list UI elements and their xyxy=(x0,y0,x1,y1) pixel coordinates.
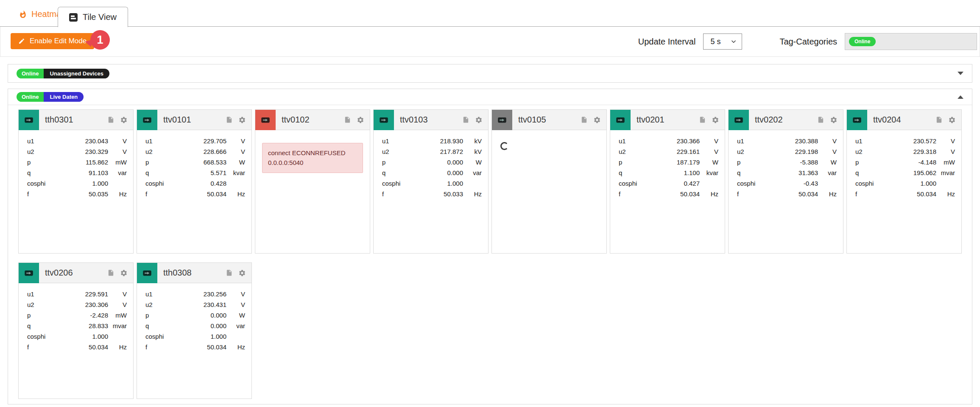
measurement-value: 230.388 xyxy=(744,137,818,145)
update-interval-select[interactable]: 5 s xyxy=(703,33,742,50)
measurement-unit: W xyxy=(463,159,482,166)
measurement-unit: W xyxy=(700,159,718,166)
measurement-value: 50.034 xyxy=(739,190,818,198)
measurement-row: q 5.571 kvar xyxy=(137,167,251,178)
measurement-unit: Hz xyxy=(818,190,837,198)
measurement-row: f 50.034 Hz xyxy=(137,342,251,352)
gear-icon[interactable] xyxy=(593,116,601,124)
measurement-label: p xyxy=(145,312,149,319)
measurement-label: p xyxy=(737,159,740,166)
measurement-label: u2 xyxy=(619,148,626,155)
gear-icon[interactable] xyxy=(120,269,128,277)
measurement-unit: V xyxy=(108,148,127,155)
tag-categories-input[interactable]: Online xyxy=(845,33,977,50)
gear-icon[interactable] xyxy=(120,116,128,124)
document-icon[interactable] xyxy=(817,116,824,123)
measurement-label: cosphi xyxy=(145,333,164,340)
tile-header-actions xyxy=(462,116,488,124)
measurement-unit: kV xyxy=(463,137,482,145)
tag-online-pill[interactable]: Online xyxy=(849,37,876,46)
measurement-value: 50.034 xyxy=(620,190,700,198)
device-status-icon xyxy=(374,110,394,130)
document-icon[interactable] xyxy=(107,116,114,123)
measurement-value: 229.198 xyxy=(744,148,818,155)
tag-categories-label: Tag-Categories xyxy=(779,37,837,47)
measurement-value: 0.427 xyxy=(637,180,700,187)
measurement-value: -5.388 xyxy=(740,159,818,166)
measurement-label: p xyxy=(27,312,31,319)
measurement-row: cosphi 0.427 xyxy=(610,178,725,189)
device-tile-ttv0101: ttv0101 u1 229.705 V u2 228.666 V p 668.… xyxy=(137,109,252,254)
tile-header-actions xyxy=(226,269,251,277)
measurement-unit: kvar xyxy=(226,169,245,176)
measurement-value: -0.43 xyxy=(755,180,818,187)
measurement-row: u1 230.043 V xyxy=(19,136,133,146)
measurement-label: u2 xyxy=(855,148,863,155)
document-icon[interactable] xyxy=(344,116,351,123)
measurement-value: 31.363 xyxy=(740,169,818,176)
measurement-label: cosphi xyxy=(619,180,637,187)
measurement-label: p xyxy=(145,159,149,166)
document-icon[interactable] xyxy=(699,116,706,123)
measurement-value: 50.034 xyxy=(29,343,108,351)
measurement-unit: mW xyxy=(108,312,127,319)
measurement-label: u2 xyxy=(145,301,153,308)
measurement-unit: kvar xyxy=(700,169,718,176)
measurement-label: u1 xyxy=(27,137,34,145)
tile-header: tth0301 xyxy=(19,110,133,130)
tile-body: u1 230.388 V u2 229.198 V p -5.388 W q 3… xyxy=(729,130,843,199)
measurement-unit: Hz xyxy=(226,190,245,198)
tile-header-actions xyxy=(581,116,606,124)
measurement-value: 1.000 xyxy=(164,333,226,340)
measurement-value: 50.033 xyxy=(384,190,463,198)
measurement-row: f 50.034 Hz xyxy=(610,189,725,199)
measurement-label: p xyxy=(382,159,385,166)
measurement-value: 229.318 xyxy=(863,148,936,155)
tile-header: ttv0103 xyxy=(374,110,488,130)
document-icon[interactable] xyxy=(226,116,233,123)
measurement-value: 0.000 xyxy=(149,322,226,329)
tile-body: u1 230.572 V u2 229.318 V p -4.148 mW q … xyxy=(847,130,961,199)
toolbar-right-group: Update Interval 5 s Tag-Categories Onlin… xyxy=(638,33,977,50)
chevron-down-icon xyxy=(730,38,737,45)
document-icon[interactable] xyxy=(226,269,233,276)
measurement-row: q 28.833 mvar xyxy=(19,321,133,331)
measurement-value: 0.428 xyxy=(164,180,226,187)
tile-title: ttv0103 xyxy=(400,115,428,125)
gear-icon[interactable] xyxy=(357,116,364,124)
chevron-up-icon[interactable] xyxy=(958,95,963,99)
measurement-unit: var xyxy=(226,322,245,329)
tab-tile-view[interactable]: Tile View xyxy=(58,7,128,27)
enable-edit-mode-button[interactable]: Enable Edit Mode xyxy=(11,33,94,49)
section-live-daten-header[interactable]: Online Live Daten xyxy=(8,89,972,105)
gear-icon[interactable] xyxy=(948,116,956,124)
measurement-label: u1 xyxy=(855,137,863,145)
measurement-row: cosphi 1.000 xyxy=(19,331,133,342)
update-interval-label: Update Interval xyxy=(638,37,696,47)
document-icon[interactable] xyxy=(462,116,469,123)
gear-icon[interactable] xyxy=(238,116,246,124)
gear-icon[interactable] xyxy=(475,116,483,124)
measurement-row: u2 229.161 V xyxy=(610,146,725,157)
measurement-label: p xyxy=(855,159,859,166)
gear-icon[interactable] xyxy=(238,269,246,277)
measurement-label: q xyxy=(855,169,859,176)
measurement-row: q 31.363 var xyxy=(729,167,843,178)
document-icon[interactable] xyxy=(935,116,943,123)
measurement-label: u1 xyxy=(737,137,744,145)
device-tile-ttv0201: ttv0201 u1 230.366 V u2 229.161 V p 187.… xyxy=(610,109,725,254)
document-icon[interactable] xyxy=(107,269,114,276)
measurement-value: 1.000 xyxy=(874,180,936,187)
tile-title: ttv0204 xyxy=(873,115,901,125)
document-icon[interactable] xyxy=(581,116,588,123)
section-unassigned-header[interactable]: Online Unassigned Devices xyxy=(8,64,972,82)
measurement-row: u1 229.705 V xyxy=(137,136,251,146)
measurement-unit: var xyxy=(108,169,127,176)
measurement-unit: V xyxy=(818,148,837,155)
chevron-down-icon[interactable] xyxy=(958,72,963,75)
gear-icon[interactable] xyxy=(830,116,838,124)
section-live-daten-badge: Online Live Daten xyxy=(17,92,84,102)
gear-icon[interactable] xyxy=(712,116,719,124)
measurement-value: 230.306 xyxy=(34,301,108,308)
measurement-value: 229.591 xyxy=(34,290,108,298)
